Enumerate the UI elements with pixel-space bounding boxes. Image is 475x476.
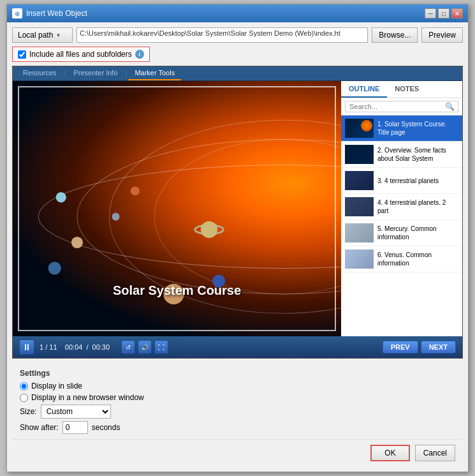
title-bar-controls: ─ □ ✕ [425,8,463,19]
pause-button[interactable]: ⏸ [19,339,34,355]
total-time: 00:30 [92,343,110,351]
display-new-window-row: Display in a new browser window [20,393,455,402]
outline-search-row: 🔍 [341,98,462,115]
outline-item-5[interactable]: 5. Mercury. Common information [341,220,462,246]
size-label: Size: [20,407,37,416]
display-in-slide-row: Display in slide [20,382,455,390]
svg-point-0 [38,165,341,269]
top-row: Local path ▼ C:\Users\mikhail.kokarev\De… [12,27,463,43]
outline-item-3[interactable]: 3. 4 terrestrial planets [341,168,462,194]
insert-web-object-dialog: ⊕ Insert Web Object ─ □ ✕ Local path ▼ C… [6,4,469,472]
solar-system-svg [13,81,341,336]
playback-bar: ⏸ 1 / 11 00:04 / 00:30 ↺ 🔊 ⛶ PREV NEXT [13,336,462,358]
seconds-label: seconds [92,423,121,432]
current-time: 00:04 [65,343,83,351]
outline-thumb-2 [345,145,374,164]
show-after-input[interactable] [62,421,88,434]
minimize-button[interactable]: ─ [425,8,436,19]
restart-button[interactable]: ↺ [121,340,135,354]
time-display: 1 / 11 00:04 / 00:30 [40,343,116,351]
outline-thumb-4 [345,197,374,216]
outline-thumb-6 [345,249,374,269]
outline-item-text-2: 2. Overview. Some facts about Solar Syst… [377,146,458,163]
svg-point-6 [48,262,61,274]
include-files-checkbox[interactable] [18,50,26,59]
outline-panel: OUTLINE NOTES 🔍 1. Solar System Course. … [341,81,462,336]
outline-tabs: OUTLINE NOTES [341,81,462,98]
display-in-slide-radio[interactable] [20,382,28,390]
tab-notes[interactable]: NOTES [387,81,427,98]
outline-item-1[interactable]: 1. Solar System Course. Title page [341,115,462,142]
outline-thumb-3 [345,171,374,190]
next-button[interactable]: NEXT [421,341,456,353]
size-row: Size: Custom 640x480 800x600 1024x768 [20,405,455,419]
local-path-dropdown[interactable]: Local path ▼ [12,27,73,43]
size-select[interactable]: Custom 640x480 800x600 1024x768 [41,405,111,419]
nav-buttons: PREV NEXT [383,341,456,353]
outline-item-6[interactable]: 6. Venus. Common information [341,246,462,272]
settings-section: Settings Display in slide Display in a n… [12,364,463,439]
ok-button[interactable]: OK [370,445,409,461]
dropdown-arrow-icon: ▼ [55,33,61,38]
slide-area: Solar System Course [13,81,341,336]
outline-item-2[interactable]: 2. Overview. Some facts about Solar Syst… [341,142,462,168]
display-in-slide-label: Display in slide [31,382,82,390]
tab-marker-tools[interactable]: Marker Tools [128,66,181,80]
slide-title: Solar System Course [113,283,241,298]
title-bar-left: ⊕ Insert Web Object [12,8,87,19]
outline-search-input[interactable] [345,101,458,112]
tab-outline[interactable]: OUTLINE [341,81,387,98]
display-new-window-radio[interactable] [20,394,28,402]
display-new-window-label: Display in a new browser window [31,393,144,402]
show-after-row: Show after: seconds [20,421,455,434]
include-files-label: Include all files and subfolders [29,50,132,59]
tab-resources[interactable]: Resources [17,66,63,80]
svg-point-5 [71,237,83,248]
local-path-label: Local path [18,31,53,40]
fullscreen-button[interactable]: ⛶ [154,340,168,354]
prev-button[interactable]: PREV [383,341,418,353]
search-icon: 🔍 [445,102,455,111]
preview-button[interactable]: Preview [421,27,463,43]
outline-item-text-6: 6. Venus. Common information [377,251,458,267]
dialog-icon: ⊕ [12,8,22,19]
preview-content: Solar System Course OUTLINE NOTES 🔍 [13,81,462,336]
path-input[interactable]: C:\Users\mikhail.kokarev\Desktop\Solar S… [77,27,368,43]
outline-items-list: 1. Solar System Course. Title page 2. Ov… [341,115,462,336]
slide-count: 1 / 11 [40,343,57,351]
outline-thumb-1 [345,119,374,138]
dialog-title: Insert Web Object [26,9,87,18]
tab-presenter-info[interactable]: Presenter Info [67,66,124,80]
outline-item-text-4: 4. 4 terrestrial planets. 2 part [377,198,458,215]
dialog-body: Local path ▼ C:\Users\mikhail.kokarev\De… [7,22,468,472]
svg-point-10 [201,221,217,238]
volume-button[interactable]: 🔊 [138,340,152,354]
svg-point-7 [131,186,140,195]
close-button[interactable]: ✕ [451,8,463,19]
browse-button[interactable]: Browse... [372,27,418,43]
outline-item-4[interactable]: 4. 4 terrestrial planets. 2 part [341,194,462,220]
title-bar: ⊕ Insert Web Object ─ □ ✕ [7,4,468,22]
show-after-label: Show after: [20,423,59,432]
outline-thumb-5 [345,223,374,242]
info-icon[interactable]: i [135,50,144,59]
bottom-buttons: OK Cancel [12,439,463,466]
control-buttons: ↺ 🔊 ⛶ [121,340,168,354]
maximize-button[interactable]: □ [438,8,449,19]
outline-item-text-1: 1. Solar System Course. Title page [377,120,458,137]
preview-area: Resources | Presenter Info | Marker Tool… [12,66,463,359]
include-files-row: Include all files and subfolders i [12,47,150,62]
settings-title: Settings [20,369,455,378]
outline-item-text-5: 5. Mercury. Common information [377,225,458,241]
outline-item-text-3: 3. 4 terrestrial planets [377,177,458,185]
svg-point-11 [56,192,66,202]
cancel-button[interactable]: Cancel [415,445,455,461]
svg-point-3 [154,139,341,294]
preview-tabs: Resources | Presenter Info | Marker Tool… [13,66,462,81]
svg-point-4 [112,213,120,221]
